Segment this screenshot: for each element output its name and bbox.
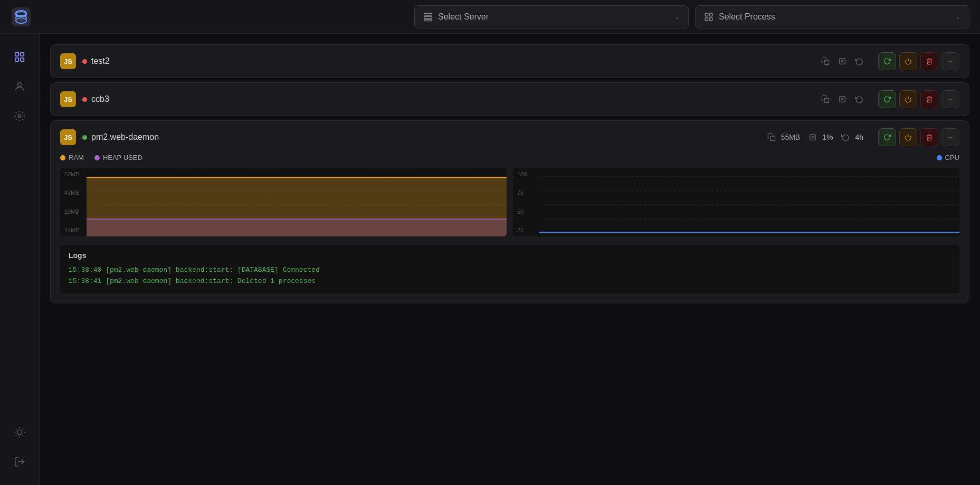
minus-icon-ccb3: [947, 96, 954, 103]
svg-rect-37: [824, 98, 829, 103]
process-name-pm2: pm2.web-daemon: [82, 132, 159, 142]
history-icon: [855, 57, 863, 65]
svg-line-28: [16, 435, 16, 436]
power-btn-ccb3[interactable]: [899, 90, 917, 108]
history-icon-ccb3: [855, 95, 863, 103]
process-header-pm2: JS pm2.web-daemon 55MB 1%: [51, 121, 969, 154]
sidebar-item-theme[interactable]: [7, 420, 32, 445]
power-btn-test2[interactable]: [899, 52, 917, 70]
dashboard-icon: [14, 51, 25, 63]
sidebar-bottom: [7, 420, 32, 474]
minus-icon-pm2: [947, 134, 954, 141]
sidebar-item-logout[interactable]: [7, 449, 32, 474]
legend-dot-heap: [94, 155, 100, 160]
ram-y-labels: 57MB 43MB 29MB 14MB: [60, 168, 87, 236]
sidebar-item-users[interactable]: [7, 74, 32, 99]
process-card-pm2-web-daemon: JS pm2.web-daemon 55MB 1%: [50, 120, 969, 303]
svg-rect-14: [710, 17, 712, 20]
cpu-chart-area: [539, 168, 959, 236]
select-process-chevron: ⌄: [955, 13, 960, 21]
trash-icon-pm2: [926, 134, 933, 141]
svg-line-29: [23, 429, 23, 429]
svg-line-24: [16, 429, 16, 429]
process-card-test2: JS test2: [50, 44, 969, 78]
legend-dot-cpu: [937, 155, 942, 160]
sidebar-item-settings[interactable]: [7, 103, 32, 129]
main-layout: JS test2: [0, 34, 980, 485]
legend-dot-ram: [60, 155, 65, 160]
meta-copy-test2: [821, 57, 830, 65]
trash-icon-ccb3: [926, 96, 933, 103]
svg-point-20: [18, 115, 21, 118]
process-meta-pm2: 55MB 1% 4h: [767, 133, 863, 141]
collapse-btn-ccb3[interactable]: [941, 90, 959, 108]
topbar: Select Server ⌄ Select Process ⌄: [0, 0, 980, 34]
svg-rect-12: [710, 13, 712, 16]
ram-chart-svg: [87, 168, 507, 236]
topbar-selects: Select Server ⌄ Select Process ⌄: [414, 5, 969, 28]
app-logo: [11, 6, 32, 27]
status-dot-pm2: [82, 135, 87, 140]
select-process-label: Select Process: [719, 12, 775, 22]
delete-btn-test2[interactable]: [920, 52, 938, 70]
process-actions-pm2: [878, 128, 959, 146]
copy-icon: [821, 57, 830, 65]
restart-btn-pm2[interactable]: [878, 128, 896, 146]
process-header-test2: JS test2: [51, 45, 969, 78]
meta-history-ccb3: [855, 95, 863, 103]
process-icon-pm2: JS: [60, 129, 76, 145]
svg-marker-54: [87, 219, 507, 236]
refresh-icon: [883, 58, 891, 65]
process-actions-ccb3: [878, 90, 959, 108]
restart-btn-test2[interactable]: [878, 52, 896, 70]
svg-rect-15: [15, 53, 18, 56]
settings-icon: [14, 110, 25, 122]
cpu-icon-pm2: [808, 133, 817, 141]
process-card-body-pm2: RAM HEAP USED CPU: [51, 154, 969, 303]
svg-rect-13: [705, 17, 708, 20]
process-name-ccb3: ccb3: [82, 94, 109, 104]
select-process-dropdown[interactable]: Select Process ⌄: [695, 5, 969, 28]
meta-info-test2: [838, 57, 846, 65]
power-icon: [905, 58, 912, 65]
process-meta-test2: [821, 57, 863, 65]
sidebar-item-dashboard[interactable]: [7, 44, 32, 70]
select-server-dropdown[interactable]: Select Server ⌄: [414, 5, 689, 28]
meta-info-pm2: 1%: [808, 133, 833, 141]
meta-info-ccb3: [838, 95, 846, 103]
content-area: JS test2: [40, 34, 980, 485]
delete-btn-ccb3[interactable]: [920, 90, 938, 108]
svg-rect-31: [824, 60, 829, 65]
legend-cpu: CPU: [937, 154, 959, 161]
power-btn-pm2[interactable]: [899, 128, 917, 146]
svg-rect-8: [424, 13, 432, 15]
svg-rect-2: [16, 13, 26, 14]
cpu-chart: 100 75 50 25: [513, 168, 959, 236]
power-icon-pm2: [905, 134, 912, 141]
chart-legend: RAM HEAP USED CPU: [60, 154, 959, 161]
legend-ram: RAM: [60, 154, 84, 161]
restart-btn-ccb3[interactable]: [878, 90, 896, 108]
ram-chart-area: [87, 168, 507, 236]
process-card-ccb3: JS ccb3: [50, 82, 969, 116]
svg-line-25: [23, 435, 23, 436]
process-icon: [704, 12, 713, 22]
log-line-1: 15:38:40 [pm2.web-daemon] backend:start:…: [69, 265, 951, 276]
status-dot-test2: [82, 59, 87, 64]
meta-copy-pm2: 55MB: [767, 133, 801, 141]
refresh-icon-ccb3: [883, 96, 891, 103]
cpu-icon-ccb3: [838, 95, 846, 103]
meta-copy-ccb3: [821, 95, 830, 103]
delete-btn-pm2[interactable]: [920, 128, 938, 146]
trash-icon: [926, 58, 933, 65]
cpu-y-labels: 100 75 50 25: [513, 168, 539, 236]
collapse-btn-test2[interactable]: [941, 52, 959, 70]
cpu-chart-svg: [539, 168, 959, 236]
collapse-btn-pm2[interactable]: [941, 128, 959, 146]
logs-title: Logs: [69, 251, 951, 260]
sidebar: [0, 34, 40, 485]
process-actions-test2: [878, 52, 959, 70]
process-name-test2: test2: [82, 56, 110, 66]
process-meta-ccb3: [821, 95, 863, 103]
svg-point-19: [17, 83, 21, 87]
